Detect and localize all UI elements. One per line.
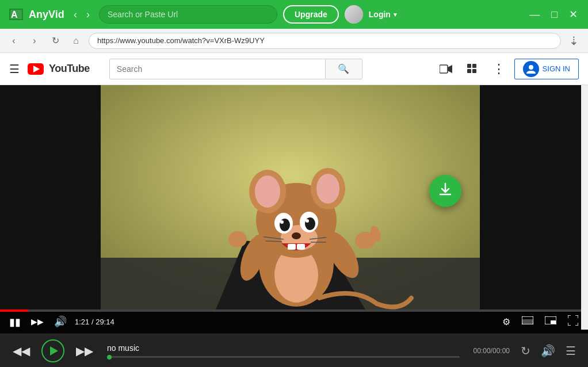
avatar-image bbox=[345, 5, 363, 24]
svg-point-9 bbox=[529, 65, 533, 70]
search-bar[interactable]: Search or Paste Url bbox=[99, 5, 277, 24]
playlist-icon[interactable]: ☰ bbox=[563, 343, 579, 359]
addr-back-button[interactable]: ‹ bbox=[6, 33, 22, 49]
youtube-header: ☰ YouTube 🔍 ⋮ bbox=[0, 53, 588, 85]
url-text: https://www.youtube.com/watch?v=VXrB-Wz9… bbox=[97, 36, 265, 45]
youtube-logo-text: YouTube bbox=[49, 63, 90, 75]
address-bar: ‹ › ↻ ⌂ https://www.youtube.com/watch?v=… bbox=[0, 29, 588, 53]
download-fab-button[interactable] bbox=[429, 175, 461, 207]
svg-point-21 bbox=[316, 174, 339, 204]
back-arrow[interactable]: ‹ bbox=[70, 6, 81, 23]
svg-rect-44 bbox=[551, 320, 556, 324]
addr-home-button[interactable]: ⌂ bbox=[68, 33, 84, 49]
video-canvas bbox=[101, 85, 480, 309]
youtube-more-icon[interactable]: ⋮ bbox=[488, 58, 510, 80]
download-icon[interactable]: ⇣ bbox=[566, 34, 582, 48]
scrollbar[interactable] bbox=[581, 53, 588, 330]
app-name: AnyVid bbox=[29, 9, 64, 21]
svg-rect-8 bbox=[472, 69, 476, 73]
svg-rect-30 bbox=[297, 244, 305, 250]
svg-point-19 bbox=[255, 175, 280, 208]
track-name: no music bbox=[107, 343, 460, 353]
volume-button[interactable]: 🔊 bbox=[52, 314, 69, 329]
bottom-bar: ◀◀ ▶▶ no music 00:00/00:00 ↻ 🔊 ☰ bbox=[0, 334, 588, 367]
addr-forward-button[interactable]: › bbox=[26, 33, 43, 49]
youtube-signin-avatar-icon bbox=[523, 61, 539, 77]
svg-rect-3 bbox=[440, 65, 448, 73]
maximize-button[interactable]: □ bbox=[548, 7, 561, 22]
video-bg-right bbox=[480, 85, 588, 309]
url-field[interactable]: https://www.youtube.com/watch?v=VXrB-Wz9… bbox=[89, 33, 561, 49]
svg-rect-42 bbox=[522, 319, 533, 324]
logo-area: A AnyVid bbox=[7, 5, 64, 24]
repeat-icon[interactable]: ↻ bbox=[518, 343, 533, 359]
youtube-menu-icon[interactable]: ☰ bbox=[9, 62, 20, 76]
search-placeholder: Search or Paste Url bbox=[108, 10, 178, 19]
video-time: 1:21 / 29:14 bbox=[75, 318, 114, 326]
video-controls: ▮▮ ▶▶ 🔊 1:21 / 29:14 ⚙ bbox=[0, 309, 588, 334]
play-button[interactable] bbox=[41, 339, 64, 362]
login-button[interactable]: Login ▼ bbox=[369, 10, 398, 19]
youtube-right-icons: ⋮ SIGN IN bbox=[435, 58, 579, 80]
avatar[interactable] bbox=[345, 5, 363, 24]
anyvid-logo-icon: A bbox=[7, 5, 25, 24]
youtube-logo[interactable]: YouTube bbox=[28, 63, 90, 75]
settings-icon[interactable]: ⚙ bbox=[499, 315, 513, 328]
youtube-camera-icon[interactable] bbox=[435, 58, 457, 80]
track-progress-bar[interactable] bbox=[107, 356, 460, 358]
track-info: no music bbox=[105, 343, 460, 358]
youtube-grid-icon[interactable] bbox=[461, 58, 483, 80]
nav-arrows: ‹ › bbox=[70, 6, 93, 23]
upgrade-button[interactable]: Upgrade bbox=[283, 5, 339, 24]
top-bar: A AnyVid ‹ › Search or Paste Url Upgrade… bbox=[0, 0, 588, 29]
login-label: Login bbox=[369, 10, 391, 19]
video-frame[interactable] bbox=[101, 85, 480, 309]
svg-text:A: A bbox=[11, 10, 18, 20]
bottom-right-icons: ↻ 🔊 ☰ bbox=[518, 343, 579, 359]
miniplayer-icon[interactable] bbox=[542, 315, 559, 328]
svg-point-28 bbox=[292, 232, 301, 239]
video-progress-fill bbox=[0, 309, 28, 312]
track-time: 00:00/00:00 bbox=[474, 347, 510, 355]
theater-icon[interactable] bbox=[519, 315, 536, 328]
login-dropdown-icon: ▼ bbox=[392, 12, 398, 18]
video-area bbox=[0, 85, 588, 309]
youtube-search-area: 🔍 bbox=[109, 59, 362, 79]
youtube-signin-label: SIGN IN bbox=[543, 64, 570, 73]
youtube-signin-button[interactable]: SIGN IN bbox=[514, 59, 579, 79]
play-pause-button[interactable]: ▮▮ bbox=[7, 315, 23, 330]
minimize-button[interactable]: — bbox=[526, 7, 543, 22]
svg-rect-5 bbox=[467, 64, 471, 68]
youtube-search-icon: 🔍 bbox=[338, 63, 349, 74]
next-track-button[interactable]: ▶▶ bbox=[72, 342, 97, 360]
volume-icon[interactable]: 🔊 bbox=[538, 343, 558, 359]
window-controls: — □ ✕ bbox=[526, 7, 581, 22]
prev-track-button[interactable]: ◀◀ bbox=[9, 342, 33, 360]
skip-button[interactable]: ▶▶ bbox=[29, 316, 46, 327]
play-triangle bbox=[50, 346, 58, 355]
youtube-search-input[interactable] bbox=[109, 59, 326, 79]
svg-rect-29 bbox=[288, 244, 296, 250]
track-progress-dot bbox=[107, 355, 112, 360]
youtube-play-triangle bbox=[33, 66, 40, 72]
svg-point-27 bbox=[306, 219, 309, 223]
forward-arrow[interactable]: › bbox=[83, 6, 93, 23]
addr-refresh-button[interactable]: ↻ bbox=[47, 33, 63, 49]
svg-rect-7 bbox=[467, 69, 471, 73]
svg-point-39 bbox=[228, 231, 247, 247]
svg-rect-6 bbox=[472, 64, 476, 68]
video-progress-bar[interactable] bbox=[0, 309, 588, 312]
youtube-search-button[interactable]: 🔍 bbox=[326, 59, 362, 79]
video-bg-left bbox=[0, 85, 101, 309]
svg-point-26 bbox=[280, 220, 284, 224]
svg-marker-4 bbox=[448, 65, 452, 73]
close-button[interactable]: ✕ bbox=[566, 7, 581, 22]
youtube-logo-icon bbox=[28, 63, 44, 75]
fullscreen-icon[interactable] bbox=[565, 314, 581, 329]
download-fab-icon bbox=[437, 181, 453, 201]
